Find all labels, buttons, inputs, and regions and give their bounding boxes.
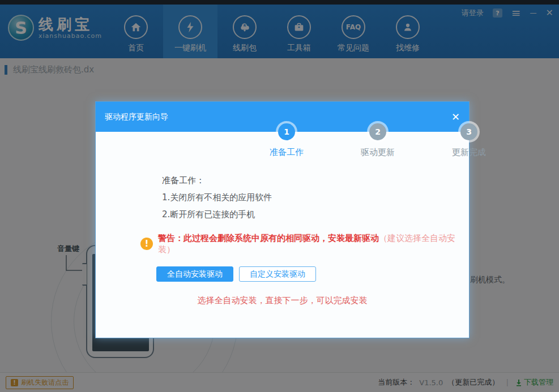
install-buttons: 全自动安装驱动 自定义安装驱动: [156, 266, 316, 282]
warning-row: ! 警告：此过程会删除系统中原有的相同驱动，安装最新驱动（建议选择全自动安装）: [140, 232, 469, 255]
driver-update-wizard-dialog: 驱动程序更新向导 ✕ 1 准备工作 2 驱动更新 3 更新完成 准备工作： 1.…: [95, 101, 470, 338]
auto-install-button[interactable]: 全自动安装驱动: [156, 266, 233, 282]
warning-exclamation-icon: !: [140, 238, 153, 250]
wizard-steps: 1 准备工作 2 驱动更新 3 更新完成: [96, 132, 469, 180]
step-3-circle: 3: [460, 123, 477, 140]
step-2-circle: 2: [369, 123, 386, 140]
warning-text: 警告：此过程会删除系统中原有的相同驱动，安装最新驱动: [158, 233, 379, 243]
step-1-prepare: 1 准备工作: [241, 132, 332, 158]
step-1-label: 准备工作: [241, 147, 332, 158]
preparation-item-1: 1.关闭所有不相关的应用软件: [162, 192, 272, 203]
step-3-complete: 3 更新完成: [424, 132, 514, 158]
step-3-label: 更新完成: [424, 147, 514, 158]
dialog-tip-text: 选择全自动安装，直接下一步，可以完成安装: [96, 295, 469, 306]
custom-install-button[interactable]: 自定义安装驱动: [239, 266, 316, 282]
preparation-title: 准备工作：: [162, 175, 272, 186]
preparation-section: 准备工作： 1.关闭所有不相关的应用软件 2.断开所有已连接的手机: [162, 175, 272, 226]
preparation-item-2: 2.断开所有已连接的手机: [162, 209, 272, 220]
step-2-label: 驱动更新: [332, 147, 423, 158]
step-2-driver-update: 2 驱动更新: [332, 132, 423, 158]
step-1-circle: 1: [278, 123, 295, 140]
dialog-close-icon[interactable]: ✕: [451, 112, 460, 122]
dialog-title: 驱动程序更新向导: [105, 112, 168, 122]
app-window: S 线刷宝 xianshuabao.com 首页 一键刷机 R: [0, 0, 559, 392]
